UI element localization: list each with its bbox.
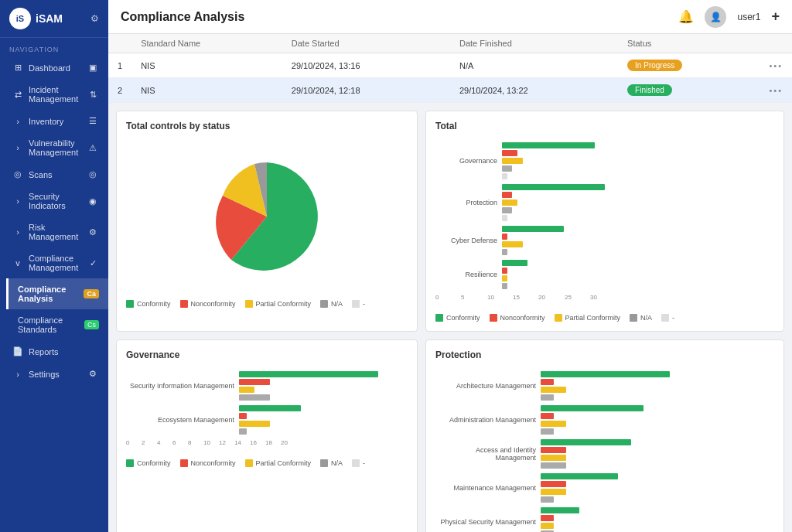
sidebar-item-compliance-standards[interactable]: Compliance Standards Cs bbox=[6, 309, 108, 340]
axis-label: 20 bbox=[538, 294, 545, 301]
sidebar-item-reports[interactable]: 📄 Reports bbox=[0, 340, 108, 363]
axis-label: 10 bbox=[487, 294, 494, 301]
col-status: Status bbox=[618, 34, 760, 53]
axis-label: 4 bbox=[157, 439, 160, 446]
pie-svg bbox=[189, 147, 344, 286]
bar-fill-red bbox=[541, 379, 554, 385]
ll: N/A bbox=[331, 459, 343, 467]
col-actions bbox=[760, 34, 792, 53]
sidebar-item-compliance-analysis[interactable]: Compliance Analysis Ca bbox=[6, 278, 108, 309]
row-dots-icon[interactable]: ••• bbox=[769, 61, 783, 70]
axis-label: 8 bbox=[188, 439, 191, 446]
bar-track-green bbox=[541, 371, 774, 377]
bar-fill-lgray bbox=[502, 215, 507, 221]
bar-track-gray bbox=[502, 165, 774, 172]
ld-lg bbox=[352, 459, 360, 467]
risk-page-icon: ⚙ bbox=[87, 227, 99, 237]
row-dots-icon[interactable]: ••• bbox=[769, 86, 783, 95]
scans-page-icon: ◎ bbox=[87, 169, 99, 179]
sidebar-item-risk[interactable]: › Risk Management ⚙ bbox=[0, 217, 108, 247]
axis-label: 10 bbox=[203, 439, 210, 446]
sidebar: iS iSAM ⚙ NAVIGATION ⊞ Dashboard ▣ ⇄ Inc… bbox=[0, 0, 108, 532]
charts-row-2: Governance Security Information Manageme… bbox=[116, 339, 784, 532]
bar-row: Physical Security Management bbox=[435, 507, 774, 532]
ld-red bbox=[490, 314, 497, 322]
dashboard-icon: ⊞ bbox=[12, 63, 24, 73]
protection-chart-title: Protection bbox=[435, 350, 774, 360]
bar-track-green bbox=[541, 473, 774, 479]
si-page-icon: ◉ bbox=[87, 196, 99, 206]
notification-icon[interactable]: 🔔 bbox=[678, 9, 694, 24]
bar-track-green bbox=[541, 439, 774, 445]
table-row[interactable]: 2 NIS 29/10/2024, 12:18 29/10/2024, 13:2… bbox=[108, 78, 792, 103]
sidebar-item-settings[interactable]: › Settings ⚙ bbox=[0, 363, 108, 385]
settings-page-icon: ⚙ bbox=[87, 369, 99, 379]
x-axis-container: 051015202530 bbox=[435, 294, 774, 305]
app-name: iSAM bbox=[36, 12, 63, 25]
sidebar-item-label: Dashboard bbox=[29, 63, 70, 73]
bar-row: Cyber Defense bbox=[435, 226, 774, 255]
bar-group bbox=[541, 507, 774, 532]
bar-track-yellow bbox=[541, 489, 774, 495]
inventory-page-icon: ☰ bbox=[87, 116, 99, 126]
bar-fill-yellow bbox=[239, 387, 254, 393]
sidebar-item-scans[interactable]: ◎ Scans ◎ bbox=[0, 163, 108, 186]
total-chart-title: Total bbox=[435, 121, 774, 131]
ll: Partial Conformity bbox=[565, 314, 621, 322]
settings-icon[interactable]: ⚙ bbox=[90, 13, 99, 24]
col-date-finished: Date Finished bbox=[450, 34, 618, 53]
bar-track-red bbox=[502, 268, 774, 274]
compliance-table: Standard Name Date Started Date Finished… bbox=[108, 34, 792, 103]
bar-fill-gray bbox=[541, 428, 554, 435]
sidebar-item-vulnerability[interactable]: › Vulnerability Management ⚠ bbox=[0, 132, 108, 163]
row-menu[interactable]: ••• bbox=[760, 78, 792, 103]
bar-row: Architecture Management bbox=[435, 371, 774, 401]
ll: Nonconformity bbox=[500, 314, 545, 322]
legend-na: N/A bbox=[320, 300, 343, 308]
bar-fill-red bbox=[239, 379, 270, 385]
bar-track-red bbox=[502, 234, 774, 240]
bar-fill-yellow bbox=[541, 489, 566, 495]
ll: Partial Conformity bbox=[256, 459, 312, 467]
sidebar-item-compliance-management[interactable]: v Compliance Management ✓ bbox=[0, 247, 108, 278]
x-axis-container: 02468101214161820 bbox=[126, 439, 408, 450]
bar-label: Architecture Management bbox=[435, 382, 536, 390]
bar-fill-green bbox=[502, 142, 595, 148]
sidebar-item-inventory[interactable]: › Inventory ☰ bbox=[0, 110, 108, 132]
sidebar-item-incident[interactable]: ⇄ Incident Management ⇅ bbox=[0, 79, 108, 110]
total-bar-chart: Governance Protection Cyber Defense bbox=[435, 139, 774, 308]
row-standard-name: NIS bbox=[131, 53, 282, 78]
bar-track-gray bbox=[541, 394, 774, 401]
bar-track-green bbox=[541, 405, 774, 411]
legend-dot-lgray bbox=[352, 300, 360, 308]
bar-group bbox=[502, 226, 774, 255]
axis-label: 20 bbox=[281, 439, 288, 446]
bar-fill-red bbox=[502, 150, 517, 156]
legend-label: N/A bbox=[331, 300, 343, 308]
legend-dot-yellow bbox=[245, 300, 253, 308]
sidebar-item-label: Scans bbox=[29, 170, 53, 179]
legend-conformity: Conformity bbox=[126, 300, 171, 308]
axis-label: 0 bbox=[126, 439, 129, 446]
add-button[interactable]: + bbox=[771, 9, 780, 25]
bar-track-green bbox=[502, 142, 774, 148]
bar-row: Administration Management bbox=[435, 405, 774, 435]
legend-partial: Partial Conformity bbox=[245, 300, 312, 308]
table-row[interactable]: 1 NIS 29/10/2024, 13:16 N/A In Progress … bbox=[108, 53, 792, 78]
sidebar-item-label: Security Indicators bbox=[29, 192, 82, 210]
legend-label: Conformity bbox=[137, 300, 171, 308]
logo-icon: iS bbox=[9, 8, 31, 29]
ld-y bbox=[245, 459, 253, 467]
bar-track-lgray bbox=[502, 215, 774, 221]
ld-lgray bbox=[661, 314, 669, 322]
row-menu[interactable]: ••• bbox=[760, 53, 792, 78]
legend-label: - bbox=[363, 300, 365, 308]
bar-track-red bbox=[239, 379, 408, 385]
bar-track-gray bbox=[541, 496, 774, 503]
pie-legend: Conformity Nonconformity Partial Conform… bbox=[126, 300, 408, 308]
sidebar-item-dashboard[interactable]: ⊞ Dashboard ▣ bbox=[0, 56, 108, 79]
bar-fill-gray bbox=[541, 394, 554, 401]
bar-fill-green bbox=[541, 473, 618, 479]
sidebar-item-security-indicators[interactable]: › Security Indicators ◉ bbox=[0, 186, 108, 217]
bar-track-red bbox=[541, 413, 774, 419]
